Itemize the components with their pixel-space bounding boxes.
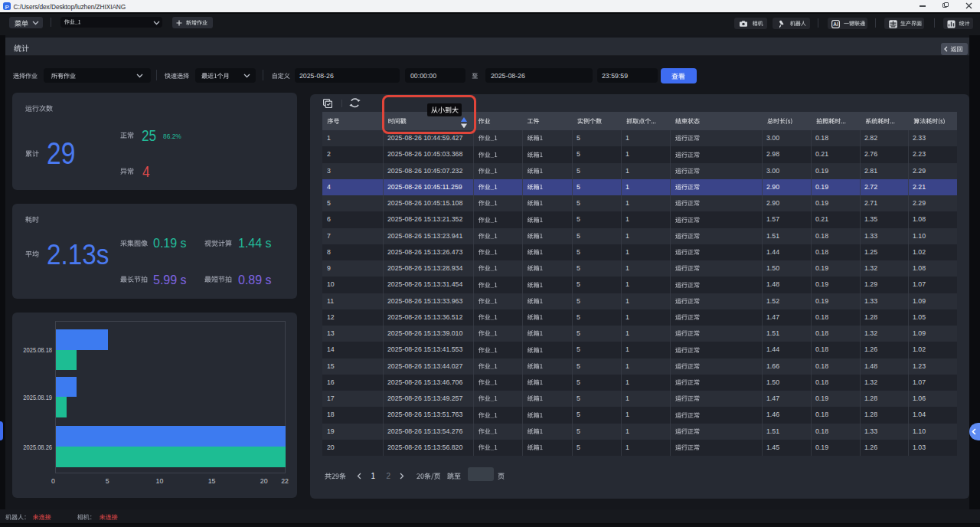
svg-text:AI: AI <box>833 21 838 27</box>
